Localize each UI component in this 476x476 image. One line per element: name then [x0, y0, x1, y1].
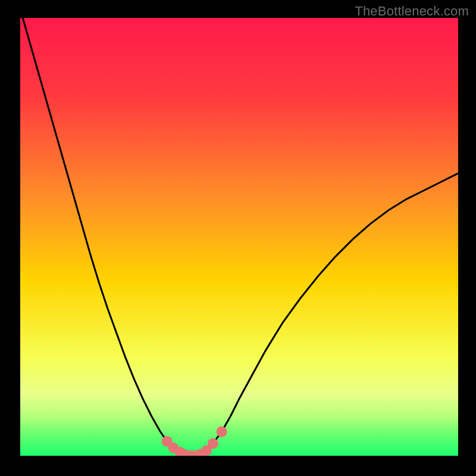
- chart-svg: [20, 18, 458, 456]
- data-marker: [217, 427, 227, 437]
- watermark-text: TheBottleneck.com: [355, 4, 469, 19]
- data-marker: [208, 438, 218, 449]
- plot-area: [20, 18, 458, 456]
- chart-stage: TheBottleneck.com: [0, 0, 476, 476]
